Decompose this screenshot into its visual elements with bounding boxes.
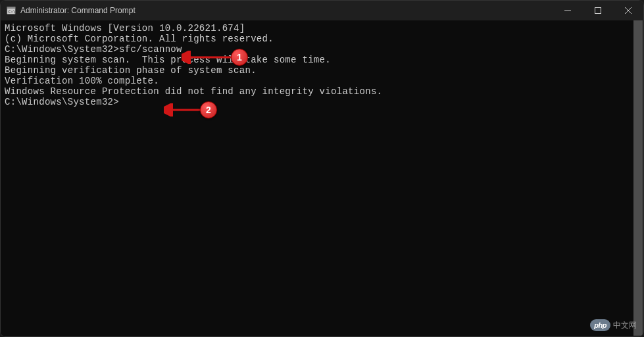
titlebar-left: C:\ Administrator: Command Prompt [6, 5, 136, 16]
output-line: Windows Resource Protection did not find… [5, 86, 639, 97]
output-line: Verification 100% complete. [5, 76, 639, 86]
terminal-body[interactable]: Microsoft Windows [Version 10.0.22621.67… [1, 20, 643, 336]
maximize-button[interactable] [583, 1, 613, 20]
titlebar[interactable]: C:\ Administrator: Command Prompt [1, 1, 643, 20]
prompt-path: C:\Windows\System32> [5, 44, 119, 55]
output-line: Beginning verification phase of system s… [5, 65, 639, 76]
watermark-text: 中文网 [613, 320, 637, 331]
command-prompt-window: C:\ Administrator: Command Prompt Micros… [0, 0, 644, 337]
minimize-button[interactable] [553, 1, 583, 20]
close-button[interactable] [613, 1, 643, 20]
prompt-line: C:\Windows\System32> [5, 97, 639, 107]
svg-rect-4 [595, 8, 601, 14]
output-line: Beginning system scan. This process will… [5, 55, 639, 65]
prompt-path: C:\Windows\System32> [5, 97, 119, 107]
cmd-icon: C:\ [6, 5, 16, 16]
window-controls [553, 1, 643, 20]
output-line: Microsoft Windows [Version 10.0.22621.67… [5, 23, 639, 34]
command-text: sfc/scannow [119, 44, 182, 55]
output-line: (c) Microsoft Corporation. All rights re… [5, 34, 639, 44]
svg-text:C:\: C:\ [9, 9, 16, 14]
scrollbar-thumb[interactable] [633, 20, 643, 336]
prompt-line: C:\Windows\System32>sfc/scannow [5, 44, 639, 55]
watermark-logo: php [590, 319, 610, 331]
window-title: Administrator: Command Prompt [20, 6, 136, 15]
watermark: php 中文网 [590, 319, 637, 331]
